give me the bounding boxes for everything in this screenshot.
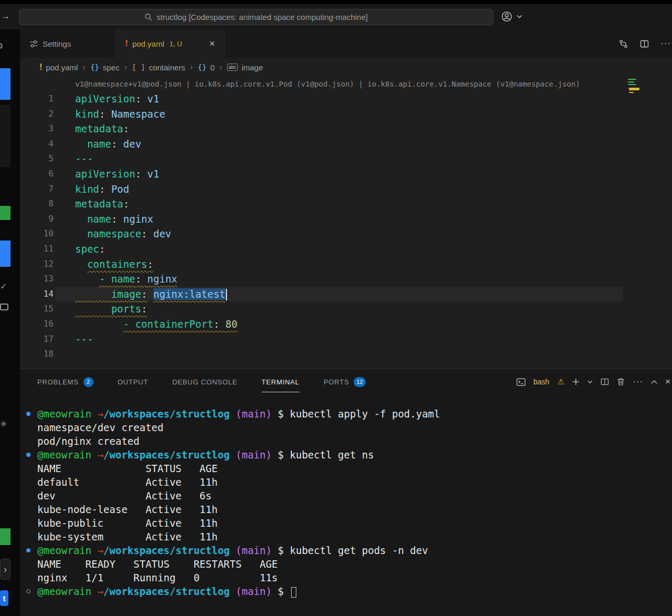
tab-pod-yaml[interactable]: ! pod.yaml 1, U × (116, 29, 225, 58)
code-line[interactable]: 7kind: Pod (20, 182, 672, 197)
command-decoration-icon[interactable] (26, 589, 30, 593)
terminal-line[interactable]: NAME READY STATUS RESTARTS AGE (37, 557, 672, 571)
line-number: 1 (20, 91, 54, 107)
panel-tab-debug-console[interactable]: DEBUG CONSOLE (172, 369, 237, 394)
terminal-line[interactable]: kube-node-lease Active 11h (37, 503, 672, 516)
command-decoration-icon[interactable] (26, 453, 30, 457)
panel-tab-ports[interactable]: PORTS 12 (324, 369, 366, 394)
code-line[interactable]: 3metadata: (20, 121, 672, 137)
account-icon[interactable] (501, 11, 513, 23)
breadcrumb-item-spec[interactable]: spec (103, 63, 120, 72)
shell-name[interactable]: bash (533, 378, 549, 386)
breadcrumb-separator: › (82, 62, 86, 72)
kill-terminal-trash-icon[interactable] (617, 378, 625, 386)
line-number: 12 (20, 257, 54, 272)
more-actions-icon[interactable]: ··· (660, 38, 671, 49)
window-top-edge (0, 0, 672, 4)
schema-info-line[interactable]: v1@namespace+v1@pod.json | io.k8s.api.co… (20, 77, 672, 91)
command-decoration-icon[interactable] (26, 548, 30, 552)
terminal-line[interactable]: dev Active 6s (37, 489, 672, 503)
forward-arrow-icon[interactable]: → (1, 11, 10, 22)
code-line[interactable]: 14 image: nginx:latest (20, 287, 672, 302)
minimap-mark (628, 79, 636, 80)
code-text: - containerPort: 80 (54, 317, 237, 332)
terminal-line[interactable]: @meowrain →/workspaces/structlog (main) … (37, 407, 672, 421)
terminal-warning-icon[interactable]: ⚠ (557, 377, 564, 387)
close-panel-icon[interactable]: × (665, 377, 671, 387)
breadcrumb-item-0[interactable]: 0 (210, 63, 214, 72)
problems-badge: 2 (84, 377, 94, 387)
title-bar: → structlog [Codespaces: animated space … (0, 4, 672, 29)
code-line[interactable]: 4 name: dev (20, 137, 672, 152)
settings-sliders-icon (29, 39, 38, 48)
code-line[interactable]: 6apiVersion: v1 (20, 166, 672, 182)
breadcrumb-item-containers[interactable]: containers (149, 63, 185, 72)
search-label: structlog [Codespaces: animated space co… (157, 13, 368, 22)
minimap[interactable] (627, 78, 658, 101)
panel-tab-terminal[interactable]: TERMINAL (262, 369, 299, 394)
terminal-line[interactable]: pod/nginx created (37, 434, 672, 448)
terminal-line[interactable]: @meowrain →/workspaces/structlog (main) … (37, 584, 672, 598)
line-number: 3 (20, 121, 54, 137)
line-number: 11 (20, 242, 54, 257)
open-changes-icon[interactable] (618, 39, 628, 49)
code-line[interactable]: 12 containers: (20, 257, 672, 272)
chevron-box[interactable]: › (0, 559, 11, 580)
code-line[interactable]: 5--- (20, 151, 672, 166)
blue-block (0, 241, 11, 267)
panel-more-actions-icon[interactable]: ··· (633, 377, 643, 387)
terminal-line[interactable]: kube-system Active 11h (37, 530, 672, 544)
code-line[interactable]: 18 (20, 347, 672, 362)
terminal-line[interactable]: default Active 11h (37, 475, 672, 489)
code-line[interactable]: 9 name: nginx (20, 212, 672, 227)
code-text: metadata: (54, 121, 129, 137)
split-editor-icon[interactable] (640, 39, 649, 48)
panel-tab-output[interactable]: OUTPUT (118, 369, 148, 394)
chevron-down-icon[interactable] (516, 15, 522, 18)
code-text: metadata: (54, 196, 129, 212)
code-line[interactable]: 8metadata: (20, 196, 672, 212)
code-line[interactable]: 2kind: Namespace (20, 107, 672, 122)
t-badge[interactable]: t (0, 590, 8, 606)
terminal-line[interactable]: @meowrain →/workspaces/structlog (main) … (37, 544, 672, 557)
panel-tab-problems[interactable]: PROBLEMS 2 (37, 369, 94, 394)
code-line[interactable]: 1apiVersion: v1 (20, 91, 672, 107)
breadcrumb-item-image[interactable]: image (242, 63, 263, 72)
terminal-content[interactable]: @meowrain →/workspaces/structlog (main) … (20, 394, 672, 598)
code-line[interactable]: 10 namespace: dev (20, 226, 672, 242)
editor[interactable]: v1@namespace+v1@pod.json | io.k8s.api.co… (20, 77, 672, 369)
minimap-mark (629, 88, 639, 90)
string-symbol-icon: abc (227, 64, 238, 71)
terminal-icon (516, 378, 525, 386)
code-line[interactable]: 13 - name: nginx (20, 272, 672, 287)
close-tab-icon[interactable]: × (209, 38, 215, 49)
editor-actions: ··· (618, 29, 671, 58)
blue-block (0, 68, 11, 100)
split-terminal-icon[interactable] (601, 378, 609, 386)
line-number: 16 (20, 317, 54, 332)
terminal-line[interactable]: kube-public Active 11h (37, 516, 672, 530)
panel-tab-label: PROBLEMS (37, 378, 79, 386)
command-decoration-icon[interactable] (26, 412, 30, 416)
terminal-line[interactable]: nginx 1/1 Running 0 11s (37, 571, 672, 584)
new-terminal-icon[interactable] (572, 378, 580, 385)
vscode-main: Settings ! pod.yaml 1, U × (20, 29, 672, 616)
code-line[interactable]: 17--- (20, 332, 672, 347)
terminal-line[interactable]: @meowrain →/workspaces/structlog (main) … (37, 448, 672, 462)
screen: → structlog [Codespaces: animated space … (0, 0, 672, 616)
tab-settings[interactable]: Settings (20, 29, 116, 58)
terminal-line[interactable]: NAME STATUS AGE (37, 462, 672, 475)
terminal-dropdown-chevron-icon[interactable] (587, 380, 593, 383)
code-text: ports: (54, 301, 147, 317)
line-number: 13 (20, 272, 54, 287)
code-line[interactable]: 11spec: (20, 242, 672, 257)
code-line[interactable]: 16 - containerPort: 80 (20, 317, 672, 332)
code-text: containers: (54, 257, 153, 272)
command-center-search[interactable]: structlog [Codespaces: animated space co… (19, 9, 493, 25)
maximize-panel-chevron-icon[interactable] (651, 380, 657, 384)
breadcrumb-item-file[interactable]: pod.yaml (46, 63, 78, 72)
code-line[interactable]: 15 ports: (20, 301, 672, 317)
title-bar-right (501, 11, 522, 23)
panel-tab-label: OUTPUT (118, 378, 148, 386)
terminal-line[interactable]: namespace/dev created (37, 421, 672, 434)
